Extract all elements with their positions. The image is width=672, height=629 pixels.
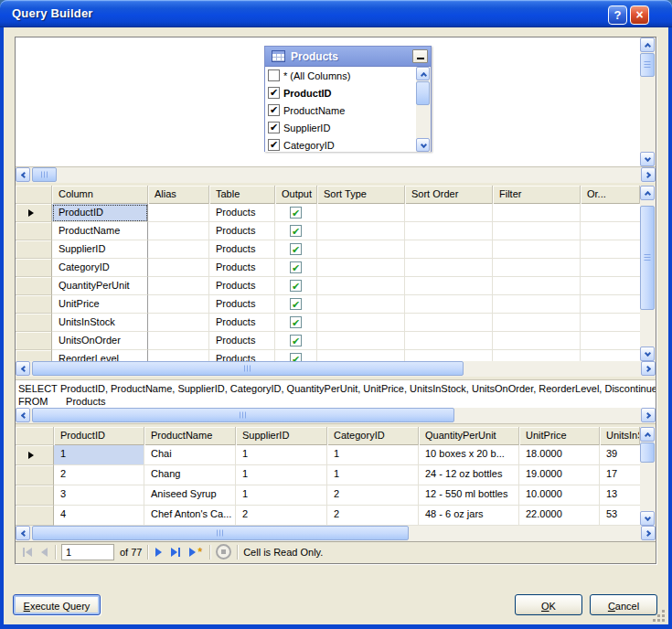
output-checkbox[interactable]: ✔	[290, 207, 302, 219]
close-button[interactable]: ×	[630, 5, 649, 25]
table-row[interactable]: UnitPrice Products ✔	[16, 295, 656, 314]
move-next-button[interactable]	[154, 546, 164, 559]
cell-output[interactable]: ✔	[275, 295, 317, 314]
cell[interactable]: 3	[54, 485, 144, 506]
scroll-left-icon[interactable]	[16, 526, 30, 540]
table-row[interactable]: SupplierID Products ✔	[16, 240, 656, 259]
row-selector[interactable]	[16, 485, 54, 506]
help-button[interactable]: ?	[608, 5, 627, 25]
cell-output[interactable]: ✔	[275, 350, 317, 361]
cell-sort-type[interactable]	[317, 204, 405, 222]
cell-table[interactable]: Products	[209, 204, 275, 222]
cell-sort-type[interactable]	[317, 295, 405, 314]
cell-or[interactable]	[581, 332, 640, 350]
column-header[interactable]: QuantityPerUnit	[419, 427, 519, 445]
cell[interactable]: 22.0000	[519, 506, 600, 526]
cell-sort-order[interactable]	[405, 332, 493, 350]
scroll-down-icon[interactable]	[640, 346, 655, 361]
row-selector[interactable]	[16, 332, 52, 350]
column-header[interactable]: Sort Type	[317, 186, 405, 204]
list-item[interactable]: ✔ ProductName	[265, 101, 431, 119]
scrollbar-thumb[interactable]	[32, 526, 409, 540]
scroll-right-icon[interactable]	[641, 408, 656, 422]
cell-output[interactable]: ✔	[275, 277, 317, 295]
cell[interactable]: 1	[236, 465, 327, 485]
cell-or[interactable]	[581, 222, 640, 240]
cell-filter[interactable]	[493, 222, 581, 240]
cell[interactable]: 2	[327, 506, 419, 526]
scroll-right-icon[interactable]	[641, 526, 656, 540]
cell-sort-order[interactable]	[405, 350, 493, 361]
scrollbar-thumb[interactable]	[640, 53, 655, 77]
scroll-up-icon[interactable]	[640, 37, 655, 52]
scrollbar-thumb[interactable]	[640, 206, 655, 310]
cell-or[interactable]	[581, 204, 640, 222]
cell-sort-type[interactable]	[317, 222, 405, 240]
cell-sort-order[interactable]	[405, 295, 493, 314]
scrollbar-thumb[interactable]	[32, 167, 57, 182]
sql-horizontal-scrollbar[interactable]	[16, 408, 656, 423]
output-checkbox[interactable]: ✔	[290, 335, 302, 346]
cell-or[interactable]	[581, 295, 640, 314]
products-list-scrollbar[interactable]	[416, 67, 431, 152]
cell-sort-order[interactable]	[405, 240, 493, 259]
scroll-left-icon[interactable]	[16, 361, 30, 376]
column-header[interactable]: Or...	[581, 186, 640, 204]
cell-or[interactable]	[581, 314, 640, 332]
cell[interactable]: 19.0000	[519, 465, 600, 485]
minimize-icon[interactable]	[412, 49, 428, 63]
cell-table[interactable]: Products	[209, 332, 275, 350]
table-row[interactable]: ProductID Products ✔	[16, 204, 656, 222]
cell-alias[interactable]	[148, 222, 209, 240]
scroll-right-icon[interactable]	[641, 361, 656, 376]
row-selector[interactable]	[16, 240, 52, 259]
cell-or[interactable]	[581, 240, 640, 259]
table-row[interactable]: 4 Chef Anton's Ca... 2 2 48 - 6 oz jars …	[16, 506, 656, 526]
row-selector[interactable]	[16, 204, 52, 222]
cell-output[interactable]: ✔	[275, 222, 317, 240]
checkbox-unchecked[interactable]	[268, 69, 280, 81]
cell-sort-type[interactable]	[317, 332, 405, 350]
row-selector[interactable]	[16, 222, 52, 240]
cell[interactable]: Chef Anton's Ca...	[144, 506, 236, 526]
cancel-query-button[interactable]	[216, 544, 231, 560]
cell-sort-type[interactable]	[317, 314, 405, 332]
cell-output[interactable]: ✔	[275, 204, 317, 222]
cell-alias[interactable]	[148, 295, 209, 314]
cell-sort-order[interactable]	[405, 222, 493, 240]
cell-output[interactable]: ✔	[275, 332, 317, 350]
cell-sort-type[interactable]	[317, 240, 405, 259]
cell-sort-order[interactable]	[405, 259, 493, 277]
diagram-pane[interactable]: Products * (All Columns) ✔ ProductID	[16, 37, 656, 167]
output-checkbox[interactable]: ✔	[290, 225, 302, 237]
row-selector[interactable]	[16, 295, 52, 314]
cell-table[interactable]: Products	[209, 314, 275, 332]
table-row[interactable]: 3 Aniseed Syrup 1 2 12 - 550 ml bottles …	[16, 485, 656, 506]
scroll-right-icon[interactable]	[641, 167, 656, 182]
sql-pane[interactable]: SELECT ProductID, ProductName, SupplierI…	[16, 379, 656, 408]
column-header[interactable]: ProductID	[54, 427, 144, 445]
cell-table[interactable]: Products	[209, 350, 275, 361]
scroll-up-icon[interactable]	[640, 427, 655, 442]
output-checkbox[interactable]: ✔	[290, 280, 302, 292]
scroll-up-icon[interactable]	[640, 186, 655, 200]
scroll-down-icon[interactable]	[416, 138, 430, 152]
products-table-window[interactable]: Products * (All Columns) ✔ ProductID	[264, 46, 432, 152]
cell-sort-order[interactable]	[405, 314, 493, 332]
scroll-left-icon[interactable]	[16, 167, 30, 182]
cell-alias[interactable]	[148, 240, 209, 259]
column-header[interactable]: CategoryID	[327, 427, 419, 445]
cell-table[interactable]: Products	[209, 240, 275, 259]
cell[interactable]: 18.0000	[519, 445, 600, 465]
column-header[interactable]: ProductName	[144, 427, 236, 445]
output-checkbox[interactable]: ✔	[290, 298, 302, 310]
table-row[interactable]: 2 Chang 1 1 24 - 12 oz bottles 19.0000 1…	[16, 465, 656, 485]
list-item[interactable]: ✔ ProductID	[265, 84, 431, 101]
cancel-button[interactable]: Cancel	[590, 594, 657, 615]
cell[interactable]: 24 - 12 oz bottles	[419, 465, 519, 485]
criteria-grid-vertical-scrollbar[interactable]	[640, 186, 656, 361]
cell[interactable]: 2	[54, 465, 144, 485]
row-selector[interactable]	[16, 314, 52, 332]
table-row[interactable]: UnitsOnOrder Products ✔	[16, 332, 656, 350]
column-header[interactable]: Output	[275, 186, 317, 204]
